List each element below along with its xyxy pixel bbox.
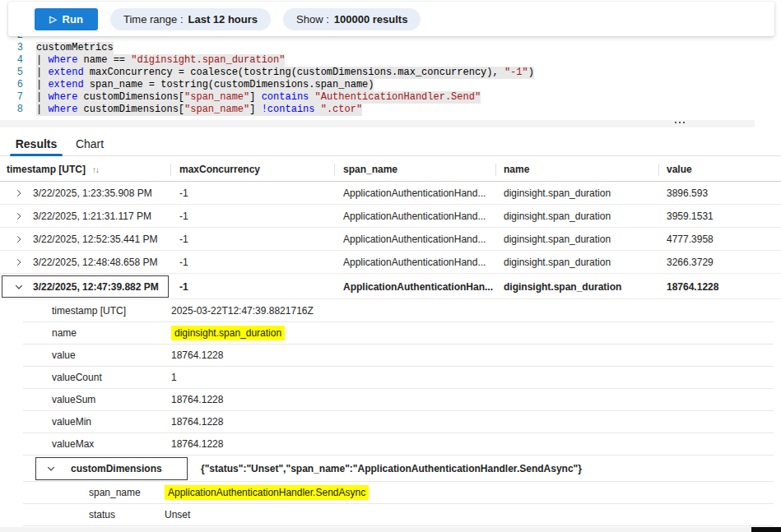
run-button[interactable]: ▷ Run (35, 8, 98, 30)
drag-handle-dots-icon (675, 122, 685, 123)
highlighted-value: diginsight.span_duration (171, 326, 285, 340)
code-text: | where name == "diginsight.span_duratio… (36, 54, 285, 67)
show-results-picker[interactable]: Show : 100000 results (283, 8, 421, 30)
customdimensions-json: {"status":"Unset","span_name":"Applicati… (201, 463, 582, 474)
column-header-timestamp[interactable]: timestamp [UTC] ↑↓ (7, 157, 99, 182)
chevron-down-icon (47, 465, 60, 473)
show-results-value: 100000 results (334, 13, 408, 25)
customdimensions-toggle[interactable]: customDimensions (35, 457, 188, 480)
table-row[interactable]: 3/22/2025, 12:48:48.658 PM -1 Applicatio… (0, 251, 781, 274)
column-header-maxconcurrency[interactable]: maxConcurrency (179, 157, 260, 182)
kql-query-editor[interactable]: 2 3 customMetrics 4 | where name == "dig… (0, 30, 781, 116)
time-range-picker[interactable]: Time range : Last 12 hours (110, 8, 271, 30)
show-results-label: Show : (296, 13, 329, 25)
chevron-right-icon[interactable] (15, 251, 28, 274)
detail-row-span-name: span_name ApplicationAuthenticationHandl… (23, 482, 774, 504)
detail-row-valuemax: valueMax 18764.1228 (23, 433, 774, 456)
code-text: | extend maxConcurrency = coalesce(tostr… (36, 67, 534, 79)
code-text: | extend span_name = tostring(customDime… (36, 79, 374, 91)
chevron-right-icon[interactable] (15, 228, 28, 251)
table-row[interactable]: 3/22/2025, 1:23:35.908 PM -1 Application… (0, 182, 781, 205)
highlighted-value: ApplicationAuthenticationHandler.SendAsy… (165, 485, 369, 500)
line-number: 4 (0, 54, 36, 67)
column-header-span-name[interactable]: span_name (343, 157, 397, 182)
horizontal-scrollbar-track[interactable] (0, 527, 751, 532)
chevron-right-icon[interactable] (15, 182, 28, 205)
detail-row-timestamp: timestamp [UTC] 2025-03-22T12:47:39.8821… (23, 300, 774, 322)
editor-resize-bar[interactable] (0, 120, 755, 127)
detail-row-valuesum: valueSum 18764.1228 (23, 389, 774, 411)
table-row[interactable]: 3/22/2025, 1:21:31.117 PM -1 Application… (0, 205, 781, 228)
detail-row-valuemin: valueMin 18764.1228 (23, 411, 774, 433)
code-line-7: 7 | where customDimensions["span_name"] … (0, 91, 781, 104)
line-number: 7 (0, 91, 36, 104)
results-grid-header: timestamp [UTC] ↑↓ maxConcurrency span_n… (0, 157, 781, 182)
detail-row-customdimensions: customDimensions {"status":"Unset","span… (23, 456, 774, 482)
time-range-value: Last 12 hours (188, 13, 258, 25)
column-header-name[interactable]: name (504, 157, 529, 182)
column-divider (170, 164, 171, 176)
column-divider (658, 164, 659, 176)
code-text: | where customDimensions["span_name"] co… (36, 91, 481, 104)
detail-row-name: name diginsight.span_duration (23, 322, 774, 345)
column-header-value[interactable]: value (667, 157, 692, 182)
line-number: 3 (0, 42, 36, 54)
log-analytics-results-pane: ▷ Run Time range : Last 12 hours Show : … (0, 0, 781, 532)
run-button-label: Run (63, 13, 83, 25)
column-divider (334, 164, 335, 176)
tab-chart[interactable]: Chart (69, 132, 110, 156)
horizontal-scrollbar-thumb[interactable] (751, 527, 781, 532)
results-tabbar: Results Chart (0, 132, 781, 156)
code-text: | where customDimensions["span_name"] !c… (36, 104, 362, 116)
code-line-8: 8 | where customDimensions["span_name"] … (0, 104, 781, 116)
table-row[interactable]: 3/22/2025, 12:52:35.441 PM -1 Applicatio… (0, 228, 781, 251)
code-text: customMetrics (36, 42, 114, 54)
detail-row-valuecount: valueCount 1 (23, 367, 774, 389)
code-line-5: 5 | extend maxConcurrency = coalesce(tos… (0, 67, 781, 79)
time-range-label: Time range : (123, 13, 184, 25)
line-number: 6 (0, 79, 36, 91)
code-line-6: 6 | extend span_name = tostring(customDi… (0, 79, 781, 91)
chevron-right-icon[interactable] (15, 205, 28, 228)
column-divider (495, 164, 496, 176)
play-icon: ▷ (49, 15, 56, 24)
detail-row-value: value 18764.1228 (23, 345, 774, 367)
code-line-3: 3 customMetrics (0, 42, 781, 54)
chevron-down-icon[interactable] (15, 275, 28, 298)
code-line-4: 4 | where name == "diginsight.span_durat… (0, 54, 781, 67)
table-row-expanded[interactable]: 3/22/2025, 12:47:39.882 PM -1 Applicatio… (0, 275, 781, 299)
line-number: 8 (0, 104, 36, 116)
detail-row-status: status Unset (23, 504, 774, 526)
sort-arrows-icon[interactable]: ↑↓ (92, 165, 99, 174)
line-number: 5 (0, 67, 36, 79)
tab-results[interactable]: Results (8, 132, 64, 156)
query-toolbar: ▷ Run Time range : Last 12 hours Show : … (8, 2, 774, 36)
